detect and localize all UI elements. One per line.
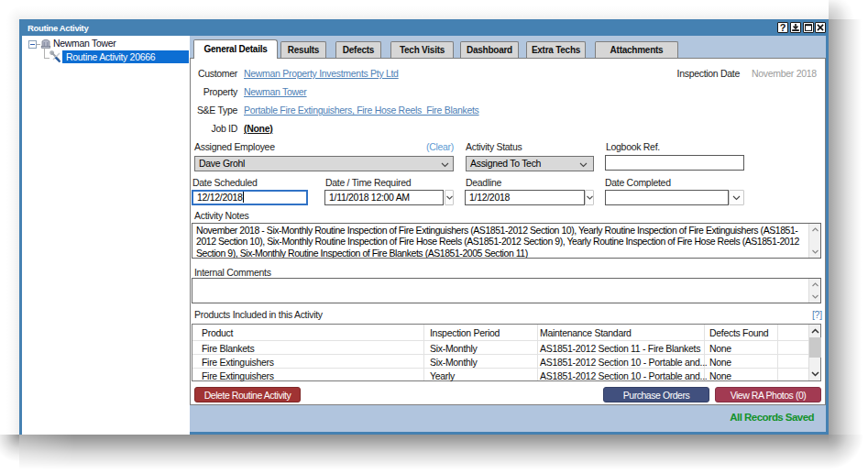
svg-text:?: ? xyxy=(780,23,786,32)
